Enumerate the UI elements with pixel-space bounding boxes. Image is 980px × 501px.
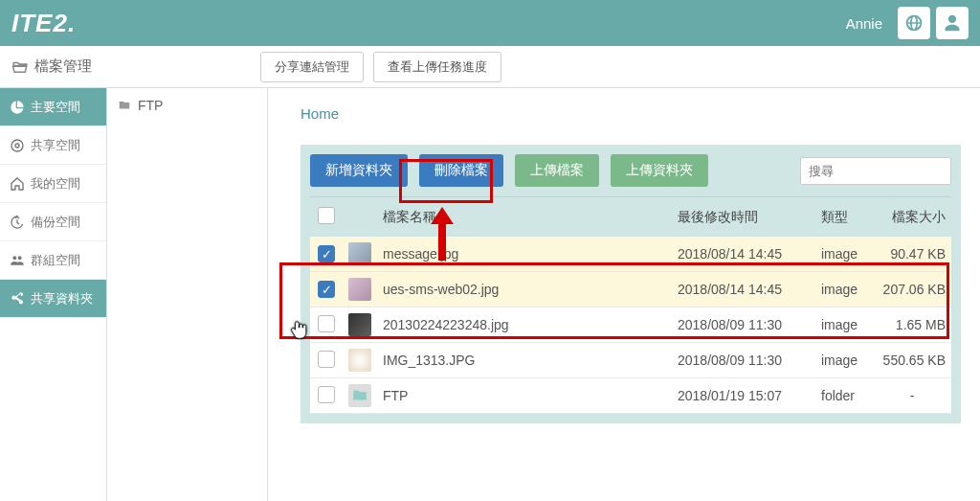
sidebar: 主要空間 共享空間 我的空間 備份空間 群組空間 共享資料夾 [0,88,107,501]
file-size: 1.65 MB [873,307,951,343]
thumbnail-icon [348,278,371,301]
table-row[interactable]: IMG_1313.JPG 2018/08/09 11:30 image 550.… [310,343,951,378]
section-title: 檔案管理 [11,57,260,76]
username-label: Annie [846,15,882,32]
file-table: 檔案名稱 最後修改時間 類型 檔案大小 message.jpg 2018/08/… [310,196,951,414]
sidebar-item-main-space[interactable]: 主要空間 [0,88,106,126]
breadcrumb-home[interactable]: Home [301,105,961,122]
file-modified: 2018/08/09 11:30 [672,307,815,343]
col-size[interactable]: 檔案大小 [873,197,951,238]
file-name: message.jpg [377,237,672,272]
col-name[interactable]: 檔案名稱 [377,197,672,238]
file-name: IMG_1313.JPG [377,343,672,378]
subheader: 檔案管理 分享連結管理 查看上傳任務進度 [0,46,980,88]
file-size: 90.47 KB [873,237,951,272]
globe-icon [904,13,924,33]
sidebar-item-shared-folder[interactable]: 共享資料夾 [0,280,106,318]
toolbar: 新增資料夾 刪除檔案 上傳檔案 上傳資料夾 [310,154,951,187]
row-checkbox[interactable] [318,315,335,332]
row-checkbox[interactable] [318,281,335,298]
col-type[interactable]: 類型 [815,197,873,238]
col-modified[interactable]: 最後修改時間 [672,197,815,238]
file-type: image [815,343,873,378]
thumbnail-icon [348,313,371,336]
file-modified: 2018/08/14 14:45 [672,272,815,307]
table-row[interactable]: ues-sms-web02.jpg 2018/08/14 14:45 image… [310,272,951,307]
group-icon [10,253,25,268]
tree-item-ftp[interactable]: FTP [117,98,257,113]
home-icon [10,176,25,192]
file-name: FTP [377,378,672,414]
new-folder-button[interactable]: 新增資料夾 [310,154,408,187]
file-type: image [815,307,873,343]
file-type: image [815,272,873,307]
file-size: - [873,378,951,414]
content-area: Home 新增資料夾 刪除檔案 上傳檔案 上傳資料夾 檔案名稱 [268,88,980,501]
row-checkbox[interactable] [318,245,335,262]
app-header: ITE2. Annie [0,0,980,46]
table-row[interactable]: message.jpg 2018/08/14 14:45 image 90.47… [310,237,951,272]
file-panel: 新增資料夾 刪除檔案 上傳檔案 上傳資料夾 檔案名稱 最後修改時間 [301,145,961,423]
folder-tree: FTP [107,88,268,501]
user-icon [943,13,962,33]
file-name: 20130224223248.jpg [377,307,672,343]
checkbox-all[interactable] [318,207,335,224]
globe-button[interactable] [898,7,930,39]
file-modified: 2018/08/14 14:45 [672,237,815,272]
upload-progress-button[interactable]: 查看上傳任務進度 [373,52,501,82]
sidebar-item-group-space[interactable]: 群組空間 [0,241,106,280]
upload-folder-button[interactable]: 上傳資料夾 [611,154,708,187]
sidebar-item-my-space[interactable]: 我的空間 [0,165,106,203]
svg-point-1 [15,144,19,148]
svg-point-0 [11,140,23,151]
share-link-mgmt-button[interactable]: 分享連結管理 [260,52,364,82]
file-size: 550.65 KB [873,343,951,378]
table-row[interactable]: FTP 2018/01/19 15:07 folder - [310,378,951,414]
file-size: 207.06 KB [873,272,951,307]
user-button[interactable] [936,7,969,39]
folder-open-icon [11,58,29,76]
folder-icon [117,99,132,112]
upload-file-button[interactable]: 上傳檔案 [515,154,599,187]
file-modified: 2018/01/19 15:07 [672,378,815,414]
history-icon [10,215,25,230]
sidebar-item-backup-space[interactable]: 備份空間 [0,203,106,241]
share-icon [10,291,25,307]
file-type: folder [815,378,873,414]
file-modified: 2018/08/09 11:30 [672,343,815,378]
search-input[interactable] [800,157,951,185]
table-row[interactable]: 20130224223248.jpg 2018/08/09 11:30 imag… [310,307,951,343]
row-checkbox[interactable] [318,386,335,403]
disc-icon [10,138,25,153]
folder-icon [348,384,371,407]
file-type: image [815,237,873,272]
logo: ITE2. [11,9,76,38]
thumbnail-icon [348,349,371,372]
file-name: ues-sms-web02.jpg [377,272,672,307]
thumbnail-icon [348,242,371,265]
sidebar-item-shared-space[interactable]: 共享空間 [0,126,106,165]
pie-icon [10,100,25,115]
row-checkbox[interactable] [318,351,335,368]
delete-file-button[interactable]: 刪除檔案 [419,154,503,187]
